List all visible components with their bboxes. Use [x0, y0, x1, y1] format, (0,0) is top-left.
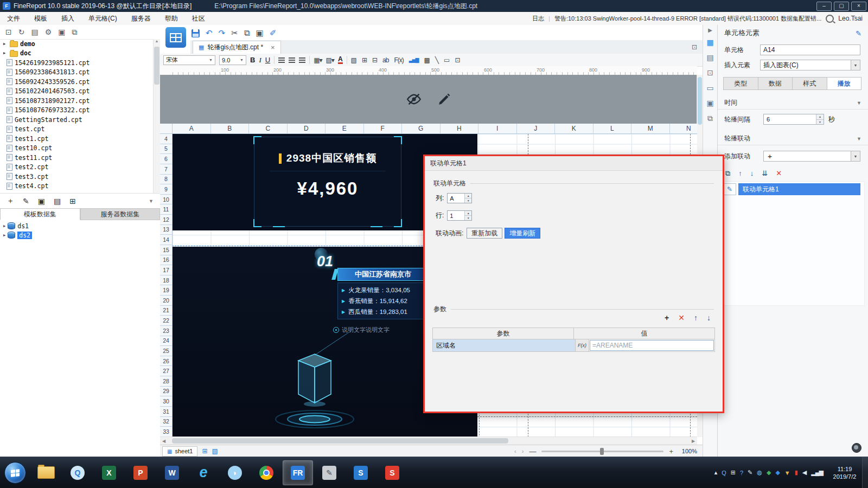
row-header-20[interactable]: 20: [160, 296, 172, 306]
document-tab[interactable]: ▦ 轮播gis点地图.cpt * ×: [193, 41, 281, 54]
settings-icon[interactable]: ⚙: [45, 28, 52, 36]
tree-file-1561022401467503.cpt[interactable]: 1561022401467503.cpt: [0, 87, 154, 97]
column-spinner[interactable]: A ▲▼: [447, 193, 472, 203]
media-red-icon[interactable]: ▮: [795, 469, 797, 476]
linkage-item-row[interactable]: ✎ 联动单元格1: [723, 183, 860, 195]
row-header-26[interactable]: 26: [160, 356, 172, 367]
tree-file-test.cpt[interactable]: test.cpt: [0, 125, 154, 134]
row-spinner[interactable]: 1 ▲▼: [447, 210, 472, 221]
row-header-12[interactable]: 12: [160, 215, 172, 225]
chevron-down-icon[interactable]: ▼: [857, 136, 861, 142]
spin-up-icon[interactable]: ▲: [816, 114, 824, 120]
spinner-arrows[interactable]: ▲▼: [464, 211, 471, 220]
zoom-slider-thumb[interactable]: [600, 448, 604, 455]
tree-file-test10.cpt[interactable]: test10.cpt: [0, 144, 154, 153]
split-cell-icon[interactable]: ⊟: [372, 56, 377, 64]
animation-option-增量刷新[interactable]: 增量刷新: [505, 228, 540, 239]
tree-folder-demo[interactable]: ▶demo: [0, 39, 154, 49]
row-header-4[interactable]: 4: [160, 134, 172, 144]
align-center-icon[interactable]: [289, 57, 295, 63]
ime-icon[interactable]: ⊞: [731, 469, 735, 476]
font-color-button[interactable]: A: [338, 56, 343, 64]
tree-file-GettingStarted.cpt[interactable]: GettingStarted.cpt: [0, 115, 154, 125]
start-button[interactable]: [4, 462, 26, 484]
move-up-icon[interactable]: ↑: [738, 169, 742, 178]
panel-tab-类型[interactable]: 类型: [723, 77, 758, 90]
collapse-panel-icon[interactable]: ▶: [703, 25, 717, 35]
spin-down-icon[interactable]: ▼: [465, 198, 471, 203]
insert-formula-icon[interactable]: F(x): [394, 56, 403, 64]
tree-scrollbar[interactable]: ▲: [153, 39, 160, 193]
column-header-N[interactable]: N: [670, 124, 698, 133]
insert-grid-sheet-icon[interactable]: ⊞: [202, 447, 207, 455]
ie-icon[interactable]: e: [188, 460, 219, 485]
tree-file-1560923386431813.cpt[interactable]: 1560923386431813.cpt: [0, 68, 154, 78]
row-header-23[interactable]: 23: [160, 326, 172, 336]
italic-button[interactable]: I: [259, 56, 261, 65]
chevron-down-icon[interactable]: ▼: [857, 100, 861, 106]
column-header-G[interactable]: G: [402, 124, 441, 133]
column-header-H[interactable]: H: [441, 124, 479, 133]
align-left-icon[interactable]: [278, 57, 285, 63]
page-next-icon[interactable]: ›: [522, 448, 524, 454]
row-header-14[interactable]: 14: [160, 235, 172, 245]
dataset-row-ds1[interactable]: ▶ds1: [0, 221, 160, 230]
align-right-icon[interactable]: [299, 57, 305, 63]
parameter-pane[interactable]: [160, 75, 697, 124]
chevron-down-icon[interactable]: ▼: [851, 60, 860, 70]
logged-in-user[interactable]: Leo.Tsai: [838, 15, 863, 22]
row-header-16[interactable]: 16: [160, 255, 172, 266]
row-header-22[interactable]: 22: [160, 316, 172, 326]
show-desktop-button[interactable]: [862, 457, 868, 488]
menu-item-模板[interactable]: 模板: [27, 14, 54, 23]
column-header-E[interactable]: E: [326, 124, 364, 133]
insert-frame-icon[interactable]: ⊡: [455, 56, 459, 64]
cell-element-icon[interactable]: ▦: [703, 35, 717, 50]
minimize-button[interactable]: –: [816, 2, 832, 11]
maximize-view-icon[interactable]: ⊡: [692, 43, 697, 51]
scroll-up-icon[interactable]: ▲: [154, 39, 160, 46]
powerpoint-icon[interactable]: P: [125, 460, 156, 485]
fill-color-icon[interactable]: ▨▾: [326, 56, 334, 64]
spinner-arrows[interactable]: ▲▼: [816, 114, 824, 124]
column-header-C[interactable]: C: [249, 124, 288, 133]
tab-server-dataset[interactable]: 服务器数据集: [80, 208, 161, 220]
row-header-19[interactable]: 19: [160, 285, 172, 296]
scroll-right-icon[interactable]: ▶: [690, 437, 697, 445]
row-header-32[interactable]: 32: [160, 417, 172, 427]
widget-settings-icon[interactable]: ▭: [703, 80, 717, 95]
row-header-33[interactable]: 33: [160, 427, 172, 437]
explorer-icon[interactable]: [31, 460, 61, 485]
chevron-down-icon[interactable]: ▼: [851, 151, 860, 161]
hidden-icons-icon[interactable]: ▴: [714, 469, 717, 476]
tree-folder-doc[interactable]: ▶doc: [0, 49, 154, 59]
sheet-tab[interactable]: ▦ sheet1: [162, 446, 197, 457]
row-header-15[interactable]: 15: [160, 245, 172, 255]
row-header-18[interactable]: 18: [160, 275, 172, 286]
edit-pencil-icon[interactable]: ✎: [856, 29, 861, 37]
insert-polyblock-sheet-icon[interactable]: ▧: [212, 447, 218, 455]
panel-tab-播放[interactable]: 播放: [827, 77, 862, 90]
word-icon[interactable]: W: [157, 460, 187, 485]
add-dataset-icon[interactable]: ＋: [7, 196, 14, 206]
row-header-9[interactable]: 9: [160, 184, 172, 195]
finereport-logo[interactable]: [165, 27, 186, 48]
tree-file-test11.cpt[interactable]: test11.cpt: [0, 153, 154, 163]
delete-dataset-icon[interactable]: ▣: [38, 197, 45, 206]
tree-file-test3.cpt[interactable]: test3.cpt: [0, 172, 154, 182]
editor-icon[interactable]: ✎: [314, 460, 344, 485]
tree-file-1542619923985121.cpt[interactable]: 1542619923985121.cpt: [0, 58, 154, 68]
param-table-row[interactable]: 区域名 F(x) =AREANAME: [433, 339, 714, 351]
insert-element-select[interactable]: 插入图表(C) ▼: [760, 60, 860, 70]
menu-item-文件[interactable]: 文件: [0, 14, 27, 23]
column-header-I[interactable]: I: [478, 124, 517, 133]
tree-file-test4.cpt[interactable]: test4.cpt: [0, 182, 154, 191]
view-mode-icon[interactable]: ▤: [31, 28, 38, 36]
menu-item-插入[interactable]: 插入: [54, 14, 81, 23]
tree-file-test2.cpt[interactable]: test2.cpt: [0, 163, 154, 172]
row-header-27[interactable]: 27: [160, 366, 172, 376]
maximize-button[interactable]: ▢: [834, 2, 849, 11]
security-blue-icon[interactable]: ◆: [775, 469, 779, 476]
linkage-section[interactable]: 轮播联动 ▼: [718, 132, 868, 145]
help-assistant-icon[interactable]: [852, 443, 861, 453]
